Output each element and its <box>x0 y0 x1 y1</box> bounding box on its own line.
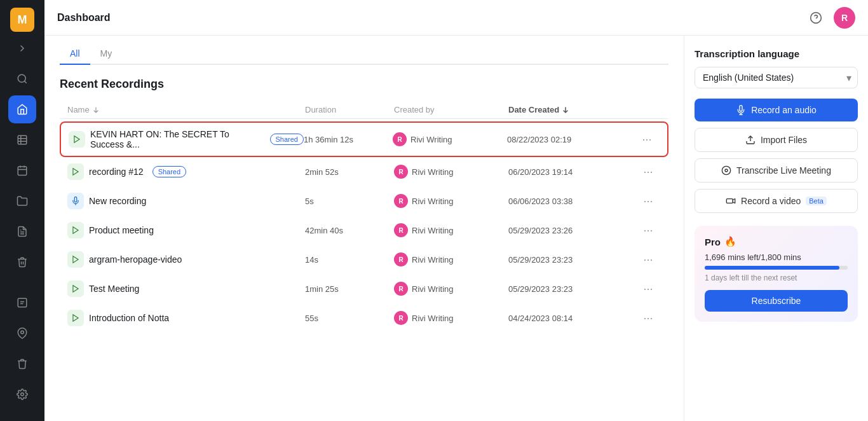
svg-rect-5 <box>18 167 27 176</box>
recording-date: 05/29/2023 23:23 <box>508 255 635 265</box>
table-row[interactable]: Test Meeting 1min 25s R Rivi Writing 05/… <box>60 274 668 303</box>
recordings-panel: All My Recent Recordings Name Duration C… <box>44 36 684 421</box>
col-header-name[interactable]: Name <box>67 105 305 114</box>
shared-badge: Shared <box>153 166 186 177</box>
sidebar-logo[interactable]: M <box>10 8 34 32</box>
sidebar-item-location[interactable] <box>8 319 36 347</box>
creator-avatar: R <box>394 194 408 208</box>
tabs-row: All My <box>60 36 668 65</box>
sidebar-item-trash2[interactable] <box>8 350 36 378</box>
file-icon <box>67 251 84 268</box>
row-name-cell: recording #12 Shared <box>67 163 305 180</box>
section-title: Recent Recordings <box>60 78 668 91</box>
beta-badge: Beta <box>806 197 827 205</box>
sidebar-expand-button[interactable] <box>13 39 31 57</box>
main-content: Dashboard R All My Recent Recordings Nam… <box>44 0 868 421</box>
more-options-button[interactable]: ··· <box>634 133 660 146</box>
recording-name: KEVIN HART ON: The SECRET To Success &..… <box>90 129 261 149</box>
row-name-cell: Introduction of Notta <box>67 310 305 326</box>
row-name-cell: Test Meeting <box>67 280 305 297</box>
sidebar: M <box>0 0 44 421</box>
more-options-button[interactable]: ··· <box>635 312 661 325</box>
resubscribe-button[interactable]: Resubscribe <box>705 290 848 312</box>
more-options-button[interactable]: ··· <box>635 253 661 266</box>
record-video-button[interactable]: Record a video Beta <box>695 189 858 213</box>
recording-date: 05/29/2023 23:26 <box>508 226 635 235</box>
recording-creator: R Rivi Writing <box>394 252 508 266</box>
sidebar-item-recordings[interactable] <box>8 126 36 154</box>
more-options-button[interactable]: ··· <box>635 165 661 179</box>
table-row[interactable]: New recording 5s R Rivi Writing 06/06/20… <box>60 186 668 216</box>
svg-rect-1 <box>18 135 27 144</box>
svg-marker-22 <box>73 256 78 263</box>
table-row[interactable]: Product meeting 42min 40s R Rivi Writing… <box>60 216 668 245</box>
row-name-cell: argram-heropage-video <box>67 251 305 268</box>
recording-date: 06/20/2023 19:14 <box>508 167 635 177</box>
creator-avatar: R <box>394 282 408 296</box>
recording-duration: 2min 52s <box>305 167 394 177</box>
recording-date: 06/06/2023 03:38 <box>508 197 635 206</box>
row-name-cell: Product meeting <box>67 222 305 238</box>
more-options-button[interactable]: ··· <box>635 282 661 296</box>
help-button[interactable] <box>806 8 826 28</box>
recording-duration: 5s <box>305 197 394 206</box>
recording-duration: 1h 36min 12s <box>304 135 393 144</box>
creator-avatar: R <box>394 311 408 325</box>
svg-rect-30 <box>726 199 733 204</box>
header: Dashboard R <box>44 0 868 36</box>
import-files-button[interactable]: Import Files <box>695 128 858 152</box>
content-area: All My Recent Recordings Name Duration C… <box>44 36 868 421</box>
header-actions: R <box>806 7 855 29</box>
recording-creator: R Rivi Writing <box>393 132 507 146</box>
more-options-button[interactable]: ··· <box>635 195 661 208</box>
record-audio-button[interactable]: Record an audio <box>695 99 858 121</box>
sidebar-item-settings[interactable] <box>8 380 36 408</box>
sidebar-item-folders[interactable] <box>8 187 36 215</box>
col-header-date[interactable]: Date Created <box>508 105 635 114</box>
col-header-created-by[interactable]: Created by <box>394 105 508 114</box>
creator-avatar: R <box>393 132 407 146</box>
recording-date: 04/24/2023 08:14 <box>508 314 635 323</box>
tab-my[interactable]: My <box>90 43 123 65</box>
pro-title: Pro 🔥 <box>705 236 848 247</box>
table-row[interactable]: recording #12 Shared 2min 52s R Rivi Wri… <box>60 157 668 186</box>
table-header: Name Duration Created by Date Created <box>60 101 668 119</box>
file-icon <box>67 163 84 180</box>
table-row[interactable]: Introduction of Notta 55s R Rivi Writing… <box>60 303 668 333</box>
recording-name: Introduction of Notta <box>89 313 169 323</box>
language-select[interactable]: English (United States) Spanish French G… <box>695 67 858 88</box>
col-header-duration[interactable]: Duration <box>305 105 394 114</box>
recording-duration: 14s <box>305 255 394 265</box>
transcribe-live-button[interactable]: Transcribe Live Meeting <box>695 158 858 183</box>
sidebar-item-notes2[interactable] <box>8 289 36 317</box>
tab-all[interactable]: All <box>60 43 90 65</box>
recording-creator: R Rivi Writing <box>394 311 508 325</box>
recording-duration: 1min 25s <box>305 284 394 294</box>
import-files-label: Import Files <box>761 135 807 145</box>
progress-bar-fill <box>705 266 839 270</box>
more-options-button[interactable]: ··· <box>635 224 661 237</box>
file-icon <box>67 280 84 297</box>
file-icon <box>67 222 84 238</box>
sidebar-item-trash-top[interactable] <box>8 248 36 276</box>
sidebar-item-search[interactable] <box>8 65 36 93</box>
svg-marker-18 <box>74 136 79 143</box>
recording-creator: R Rivi Writing <box>394 194 508 208</box>
record-video-label: Record a video <box>741 196 801 206</box>
recording-duration: 42min 40s <box>305 226 394 235</box>
file-icon <box>67 193 84 209</box>
recording-date: 05/29/2023 23:23 <box>508 284 635 294</box>
svg-marker-23 <box>73 286 78 293</box>
sidebar-item-notes[interactable] <box>8 217 36 245</box>
table-row[interactable]: argram-heropage-video 14s R Rivi Writing… <box>60 245 668 274</box>
file-icon <box>67 310 84 326</box>
sidebar-item-home[interactable] <box>8 95 36 123</box>
pro-mins: 1,696 mins left/1,800 mins <box>705 252 848 262</box>
recording-duration: 55s <box>305 314 394 323</box>
svg-rect-11 <box>18 298 27 307</box>
table-row[interactable]: KEVIN HART ON: The SECRET To Success &..… <box>60 121 668 157</box>
recording-name: New recording <box>89 196 146 206</box>
user-avatar[interactable]: R <box>834 7 855 29</box>
sidebar-item-calendar[interactable] <box>8 156 36 184</box>
svg-point-29 <box>725 169 728 172</box>
